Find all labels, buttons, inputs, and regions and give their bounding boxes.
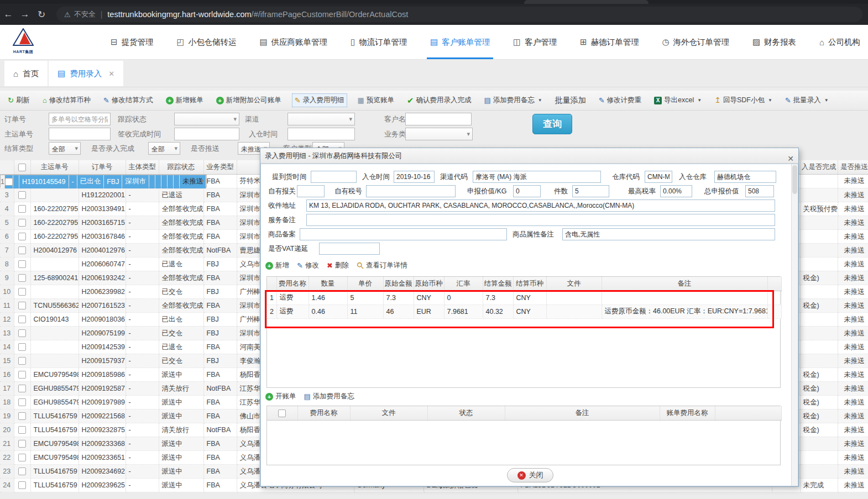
sign-complete-time-input[interactable] bbox=[174, 128, 239, 140]
edit-charge-weight-button[interactable]: ✎修改计费重 bbox=[597, 94, 644, 107]
enter-fee-detail-button[interactable]: ✎录入费用明细 bbox=[292, 93, 347, 107]
row-checkbox[interactable] bbox=[5, 178, 13, 186]
mawb-input[interactable] bbox=[49, 128, 111, 140]
nav-item-finance-report[interactable]: ▨财务报表 bbox=[751, 25, 797, 59]
entry-done-select[interactable]: 全部 bbox=[148, 142, 180, 155]
nav-item-pickup[interactable]: ⊟提货管理 bbox=[109, 25, 155, 59]
nav-item-customer-bill[interactable]: ▤客户账单管理 bbox=[429, 25, 491, 59]
edit-settle-method-button[interactable]: ✎修改结算方式 bbox=[101, 94, 155, 107]
row-checkbox[interactable] bbox=[18, 233, 26, 240]
fee-delete-button[interactable]: ✖删除 bbox=[327, 261, 349, 270]
own-tax-no-input[interactable] bbox=[366, 185, 456, 197]
import-sdf-parcel-button[interactable]: ↥回导SDF小包▼ bbox=[712, 94, 775, 107]
forward-icon[interactable]: → bbox=[17, 9, 33, 20]
confirm-fee-entry-done-button[interactable]: ✔确认费用录入完成 bbox=[405, 94, 474, 107]
pickup-time-input[interactable] bbox=[311, 171, 357, 183]
url-bar[interactable]: ⚠ 不安全 | testtrunkbookingmgr.hart-worldwi… bbox=[56, 7, 862, 22]
inbound-time-input[interactable] bbox=[287, 128, 355, 140]
add-fee-memo-button[interactable]: ▤添加费用备忘 bbox=[304, 392, 354, 401]
tab-close-icon[interactable]: ✕ bbox=[108, 70, 114, 78]
customer-name-input[interactable] bbox=[405, 113, 472, 125]
query-button[interactable]: 查询 bbox=[532, 114, 572, 134]
row-checkbox[interactable] bbox=[18, 481, 26, 489]
max-tax-rate-input[interactable] bbox=[660, 185, 692, 197]
modal-scrollbar[interactable] bbox=[791, 164, 798, 486]
view-order-detail-button[interactable]: 查看订单详情 bbox=[357, 261, 407, 270]
row-checkbox[interactable] bbox=[18, 219, 26, 227]
row-checkbox[interactable] bbox=[18, 468, 26, 475]
inbound-warehouse-input[interactable] bbox=[714, 171, 776, 183]
nav-item-overseas-warehouse-order[interactable]: ◷海外仓订单管理 bbox=[661, 25, 730, 59]
row-checkbox[interactable] bbox=[18, 371, 26, 379]
nav-item-company-org[interactable]: ⌂公司机构 bbox=[818, 25, 861, 59]
row-checkbox[interactable] bbox=[18, 385, 26, 392]
bill-header-name: 费用名称 bbox=[297, 406, 350, 420]
row-checkbox[interactable] bbox=[18, 440, 26, 448]
biz-type-select[interactable] bbox=[405, 128, 473, 140]
row-checkbox[interactable] bbox=[18, 398, 26, 406]
own-customs-input[interactable] bbox=[297, 185, 325, 197]
add-extra-company-bill-button[interactable]: +新增附加公司账单 bbox=[214, 94, 284, 107]
row-checkbox[interactable] bbox=[18, 191, 26, 199]
fee-edit-button[interactable]: ✎修改 bbox=[297, 261, 319, 270]
nav-item-logistics-order[interactable]: ▯物流订单管理 bbox=[349, 25, 408, 59]
nav-item-customer-mgmt[interactable]: ◫客户管理 bbox=[512, 25, 558, 59]
create-bill-button[interactable]: +开账单 bbox=[265, 392, 296, 401]
pieces-input[interactable] bbox=[572, 185, 609, 197]
nav-item-parcel-warehouse[interactable]: ◰小包仓储转运 bbox=[175, 25, 237, 59]
nav-item-label: 提货管理 bbox=[122, 37, 154, 48]
row-checkbox[interactable] bbox=[18, 426, 26, 434]
tab-fee-entry[interactable]: ▤ 费用录入 ✕ bbox=[49, 61, 123, 86]
row-checkbox[interactable] bbox=[18, 288, 26, 296]
channel-code-input[interactable] bbox=[473, 171, 601, 183]
row-checkbox[interactable] bbox=[18, 412, 26, 420]
service-note-input[interactable] bbox=[306, 214, 775, 226]
row-checkbox[interactable] bbox=[18, 302, 26, 309]
product-record-input[interactable] bbox=[300, 228, 507, 240]
row-checkbox[interactable] bbox=[18, 260, 26, 268]
vat-defer-input[interactable] bbox=[319, 243, 380, 255]
modal-inbound-time-input[interactable] bbox=[394, 171, 435, 183]
select-all-checkbox[interactable] bbox=[18, 164, 26, 171]
modal-close-button[interactable]: ✕ 关闭 bbox=[507, 468, 553, 482]
cell-order: H2007161523 bbox=[79, 299, 126, 313]
batch-entry-button[interactable]: ✎批量录入▼ bbox=[783, 94, 831, 107]
row-checkbox[interactable] bbox=[18, 205, 26, 213]
row-checkbox[interactable] bbox=[18, 329, 26, 337]
order-no-input[interactable] bbox=[49, 113, 111, 125]
row-checkbox[interactable] bbox=[18, 357, 26, 365]
cell-push: 未推送 bbox=[838, 396, 868, 409]
product-attr-note-input[interactable] bbox=[562, 228, 775, 240]
channel-select[interactable] bbox=[287, 113, 355, 125]
batch-add-button[interactable]: 批量添加 bbox=[553, 94, 588, 107]
table-row[interactable]: 1H1910145549-已出仓FBJ深圳市未推送 bbox=[0, 175, 207, 187]
row-checkbox[interactable] bbox=[18, 343, 26, 351]
preview-bill-button[interactable]: ▦预览账单 bbox=[355, 94, 396, 107]
export-excel-button[interactable]: X导出excel▼ bbox=[652, 94, 704, 107]
warehouse-code-input[interactable] bbox=[645, 171, 672, 183]
row-checkbox[interactable] bbox=[18, 274, 26, 282]
edit-settle-currency-button[interactable]: ⌂修改结算币种 bbox=[40, 94, 93, 107]
row-checkbox[interactable] bbox=[18, 246, 26, 254]
row-checkbox[interactable] bbox=[18, 316, 26, 323]
bill-select-all-checkbox[interactable] bbox=[278, 409, 286, 417]
header-checkbox-cell bbox=[14, 160, 30, 174]
nav-item-supplier-bill[interactable]: ▤供应商账单管理 bbox=[258, 25, 328, 59]
add-fee-memo-button[interactable]: ▤添加费用备忘▼ bbox=[482, 94, 544, 107]
declare-value-kg-input[interactable] bbox=[513, 185, 541, 197]
scrollbar-thumb[interactable] bbox=[792, 165, 797, 194]
fee-row[interactable]: 1运费1.4657.3CNY07.3CNY bbox=[267, 291, 781, 304]
fee-add-button[interactable]: +新增 bbox=[265, 261, 289, 270]
receive-address-input[interactable] bbox=[306, 199, 775, 212]
refresh-button[interactable]: ↻刷新 bbox=[6, 94, 32, 107]
add-bill-button[interactable]: +新增账单 bbox=[164, 94, 206, 107]
fee-row[interactable]: 2运费0.461146EUR7.968140.32CNY运费原币金额：46.00… bbox=[267, 304, 781, 318]
reload-icon[interactable]: ↻ bbox=[33, 9, 50, 20]
tracking-status-select[interactable] bbox=[174, 113, 239, 125]
tab-home[interactable]: ⌂ 首页 bbox=[4, 61, 48, 86]
row-checkbox[interactable] bbox=[18, 454, 26, 461]
nav-item-hede-order[interactable]: ⊞赫德订单管理 bbox=[579, 25, 640, 59]
settle-type-select[interactable]: 全部 bbox=[49, 142, 81, 155]
total-declare-value-input[interactable] bbox=[745, 185, 774, 197]
back-icon[interactable]: ← bbox=[0, 9, 17, 20]
